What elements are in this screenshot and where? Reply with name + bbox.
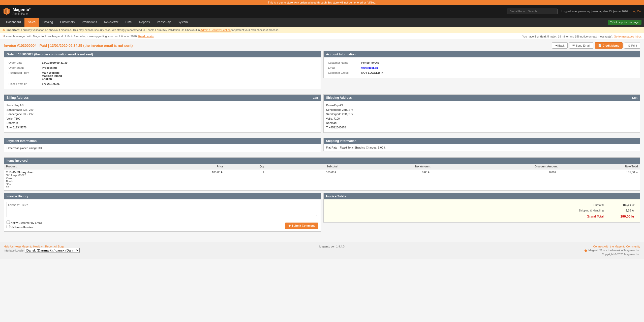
locale-select[interactable]: Dansk (Danmark) / dansk (Danm: [25, 248, 80, 253]
security-section-link[interactable]: Admin / Security Section: [200, 28, 231, 31]
svg-marker-1: [5, 9, 7, 14]
report-bugs-link[interactable]: Help Us Keep Magento Healthy - Report Al…: [4, 245, 64, 248]
read-details-link[interactable]: Read details: [138, 35, 154, 38]
order-status-value: Processing: [40, 65, 318, 70]
nav-item-catalog[interactable]: Catalog: [39, 18, 56, 27]
shipping-info-section: Shipping Information Flat Rate - Fixed T…: [323, 138, 640, 151]
logout-link[interactable]: Log Out: [632, 10, 641, 13]
billing-header: Billing Address Edit: [4, 95, 321, 101]
visible-checkbox-label[interactable]: Visible on Frontend: [7, 225, 42, 229]
nav-bar: Dashboard Sales Catalog Customers Promot…: [0, 18, 644, 27]
notify-checkbox[interactable]: [7, 221, 10, 224]
account-info-body: Customer Name PensoPay AS Email test@tes…: [324, 57, 640, 78]
product-qty: 1: [225, 169, 266, 190]
logo-title: Magento®: [13, 8, 31, 12]
shipping-address-header: Shipping Address Edit: [324, 95, 640, 101]
credit-memo-button[interactable]: 📄 Credit Memo: [595, 42, 623, 49]
billing-section: Billing Address Edit PensoPay AS Sønderg…: [4, 94, 321, 133]
nav-item-system[interactable]: System: [174, 18, 191, 27]
col-product: Product: [4, 164, 152, 169]
shipping-info-header: Shipping Information: [324, 138, 640, 144]
purchased-from-label: Purchased From: [7, 70, 40, 81]
product-cell: TriBeCa Skinny Jean SKU: wpd00028 ColorB…: [4, 169, 152, 190]
email-value: test@test.dk: [360, 65, 637, 70]
items-table-header-row: Product Price Qty Subtotal Tax Amount Di…: [4, 164, 640, 169]
user-info: Logged in as pensopay | mandag den 13. j…: [561, 10, 628, 13]
invoice-title-bar: Invoice #103000004 | Paid | 13/01/2020 0…: [4, 42, 640, 49]
info-icon: ℹ: [3, 35, 4, 38]
payment-shipping-row: Payment Information Order was placed usi…: [4, 138, 640, 155]
table-row: Subtotal 185,00 kr: [327, 202, 637, 207]
visible-checkbox[interactable]: [7, 225, 10, 228]
back-button[interactable]: ◀ Back: [552, 42, 568, 49]
send-email-button[interactable]: ✉ Send Email: [569, 42, 593, 49]
billing-edit-link[interactable]: Edit: [313, 96, 318, 99]
items-header: Items Invoiced: [4, 158, 640, 164]
nav-item-newsletter[interactable]: Newsletter: [101, 18, 122, 27]
table-row: Placed from IP 176.23.176.26: [7, 82, 318, 86]
footer-inner: Help Us Keep Magento Healthy - Report Al…: [4, 245, 640, 256]
items-section: Items Invoiced Product Price Qty Subtota…: [4, 157, 640, 191]
title-buttons: ◀ Back ✉ Send Email 📄 Credit Memo 🖨 Prin…: [552, 42, 640, 49]
important-text: Important: Formkey validation on checkou…: [7, 28, 279, 31]
customer-name-label: Customer Name: [327, 60, 359, 65]
nav-item-pensopay[interactable]: PensoPay: [153, 18, 174, 27]
grand-total-row: Grand Total 190,00 kr: [327, 213, 637, 219]
get-help-button[interactable]: ? Get help for this page: [608, 20, 641, 25]
print-button[interactable]: 🖨 Print: [624, 43, 640, 49]
product-discount: 0,00 kr: [433, 169, 560, 190]
invoice-title: Invoice #103000004 | Paid | 13/01/2020 0…: [4, 44, 133, 48]
table-row: Customer Name PensoPay AS: [327, 60, 637, 65]
svg-marker-2: [7, 9, 8, 14]
locale-label: Interface Locale:: [4, 249, 25, 252]
email-icon: ✉: [572, 44, 575, 47]
submit-comment-button[interactable]: ⊕ Submit Comment: [285, 223, 318, 229]
global-search[interactable]: [507, 9, 558, 14]
totals-col: Invoice Totals Subtotal 185,00 kr Shippi…: [323, 193, 640, 232]
placed-from-ip-value: 176.23.176.26: [40, 82, 318, 86]
table-row: Order Status Processing: [7, 65, 318, 70]
placed-from-ip-label: Placed from IP: [7, 82, 40, 86]
nav-item-cms[interactable]: CMS: [122, 18, 136, 27]
customer-email-link[interactable]: test@test.dk: [361, 66, 378, 69]
product-size: Size28: [6, 183, 150, 189]
nav-item-dashboard[interactable]: Dashboard: [3, 18, 24, 27]
shipping-info-col: Shipping Information Flat Rate - Fixed T…: [323, 138, 640, 155]
table-row: Email test@test.dk: [327, 65, 637, 70]
product-price: 185,00 kr: [152, 169, 225, 190]
product-tax: 0,00 kr: [340, 169, 433, 190]
nav-item-customers[interactable]: Customers: [56, 18, 78, 27]
payment-text: Order was placed using DKK: [7, 147, 42, 150]
comment-textarea[interactable]: [7, 202, 318, 217]
search-input[interactable]: [507, 9, 558, 14]
nav-item-promotions[interactable]: Promotions: [78, 18, 101, 27]
order-info-table: Order Date 13/01/2020 09:31.39 Order Sta…: [7, 60, 318, 87]
subtotal-label: Subtotal: [327, 202, 606, 207]
payment-body: Order was placed using DKK: [4, 144, 321, 152]
nav-item-sales[interactable]: Sales: [24, 18, 39, 27]
shipping-address-col: Shipping Address Edit PensoPay AS Sønder…: [323, 94, 640, 135]
col-subtotal: Subtotal: [266, 164, 340, 169]
footer-center: Magento ver. 1.9.4.3: [319, 245, 345, 248]
billing-body: PensoPay AS Søndergade 23B, 2 lv Sønderg…: [4, 101, 321, 132]
product-name: TriBeCa Skinny Jean: [6, 171, 150, 174]
billing-address: PensoPay AS Søndergade 23B, 2 lv Sønderg…: [7, 103, 318, 130]
order-info-col: Order # 145000028 (the order confirmatio…: [4, 51, 321, 92]
payment-col: Payment Information Order was placed usi…: [4, 138, 321, 155]
totals-section: Invoice Totals Subtotal 185,00 kr Shippi…: [323, 193, 640, 223]
billing-col: Billing Address Edit PensoPay AS Sønderg…: [4, 94, 321, 135]
go-inbox-link[interactable]: Go to messages inbox: [614, 35, 641, 38]
nav-item-reports[interactable]: Reports: [136, 18, 153, 27]
back-icon: ◀: [555, 44, 557, 47]
grand-total-value: 190,00 kr: [607, 213, 637, 219]
items-table: Product Price Qty Subtotal Tax Amount Di…: [4, 164, 640, 190]
group-value: NOT LOGGED IN: [360, 70, 637, 75]
community-link[interactable]: Connect with the Magento Community: [593, 245, 640, 248]
shipping-address-edit-link[interactable]: Edit: [632, 96, 637, 99]
notify-checkbox-label[interactable]: Notify Customer by Email: [7, 221, 42, 224]
shipping-info-body: Flat Rate - Fixed Total Shipping Charges…: [324, 144, 640, 151]
order-status-label: Order Status: [7, 65, 40, 70]
product-sku: SKU: wpd00028: [6, 174, 150, 177]
history-header: Invoice History: [4, 193, 321, 199]
order-date-label: Order Date: [7, 60, 40, 65]
